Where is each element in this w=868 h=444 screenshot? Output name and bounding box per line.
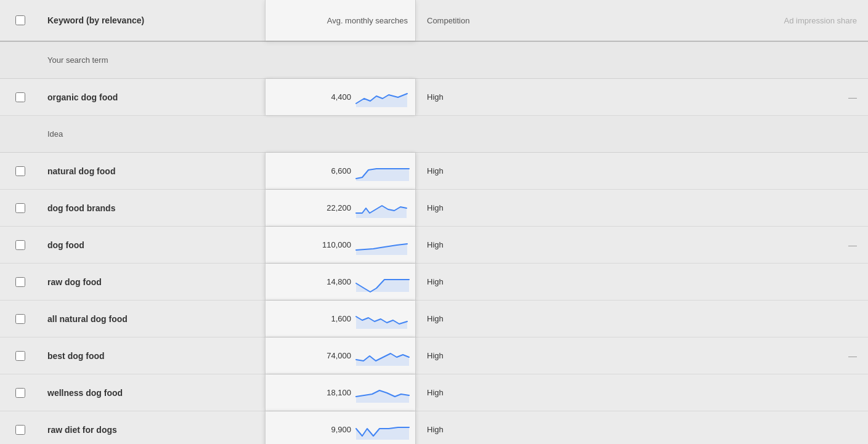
- searches-col-header: Avg. monthly searches: [265, 0, 416, 41]
- trend-chart: [355, 345, 410, 367]
- section-label-row: Idea: [0, 116, 868, 153]
- keyword-text: dog food: [47, 240, 84, 250]
- competition-value: High: [427, 203, 444, 212]
- table-body: Your search term organic dog food 4,400 …: [0, 42, 868, 444]
- trend-chart: [355, 308, 410, 330]
- searches-value: 1,600: [317, 314, 351, 323]
- keyword-cell: all natural dog food: [40, 314, 265, 324]
- competition-cell: High: [416, 314, 591, 323]
- trend-chart: [355, 197, 410, 219]
- keyword-text: natural dog food: [47, 166, 115, 176]
- trend-chart: [355, 419, 410, 441]
- searches-value: 22,200: [317, 203, 351, 212]
- keyword-cell: best dog food: [40, 351, 265, 361]
- row-checkbox[interactable]: [15, 277, 25, 287]
- competition-value: High: [427, 425, 444, 434]
- competition-col-header: Competition: [416, 16, 591, 25]
- keyword-text: all natural dog food: [47, 314, 128, 324]
- competition-cell: High: [416, 203, 591, 212]
- competition-value: High: [427, 240, 444, 249]
- ad-impression-value: —: [848, 351, 857, 361]
- keyword-cell: natural dog food: [40, 166, 265, 176]
- table-row: raw diet for dogs 9,900 High: [0, 411, 868, 444]
- competition-value: High: [427, 166, 444, 176]
- searches-cell: 22,200: [265, 190, 416, 226]
- searches-cell: 4,400: [265, 79, 416, 115]
- table-row: raw dog food 14,800 High: [0, 264, 868, 301]
- row-checkbox-col: [0, 314, 40, 324]
- keyword-text: raw dog food: [47, 277, 102, 287]
- trend-chart: [355, 234, 410, 256]
- row-checkbox[interactable]: [15, 388, 25, 398]
- competition-cell: High: [416, 166, 591, 176]
- keyword-cell: dog food: [40, 240, 265, 250]
- ad-impression-col-header: Ad impression share: [591, 16, 868, 25]
- table-row: all natural dog food 1,600 High: [0, 301, 868, 337]
- ad-impression-cell: —: [591, 92, 868, 102]
- trend-chart: [355, 86, 410, 108]
- competition-cell: High: [416, 351, 591, 360]
- row-checkbox-col: [0, 240, 40, 250]
- ad-impression-cell: —: [591, 351, 868, 361]
- ad-impression-cell: —: [591, 240, 868, 250]
- searches-value: 74,000: [317, 351, 351, 360]
- keyword-text: best dog food: [47, 351, 105, 361]
- competition-value: High: [427, 388, 444, 397]
- keyword-text: raw diet for dogs: [47, 425, 117, 435]
- header-checkbox-col: [0, 15, 40, 25]
- searches-cell: 1,600: [265, 301, 416, 337]
- competition-cell: High: [416, 388, 591, 397]
- searches-cell: 14,800: [265, 264, 416, 300]
- select-all-checkbox[interactable]: [15, 15, 25, 25]
- table-row: natural dog food 6,600 High: [0, 153, 868, 190]
- competition-cell: High: [416, 240, 591, 249]
- searches-cell: 18,100: [265, 374, 416, 411]
- competition-value: High: [427, 92, 444, 102]
- keyword-cell: raw dog food: [40, 277, 265, 287]
- section-label: Your search term: [0, 55, 108, 65]
- row-checkbox-col: [0, 351, 40, 361]
- competition-cell: High: [416, 92, 591, 102]
- row-checkbox-col: [0, 388, 40, 398]
- keyword-text: wellness dog food: [47, 388, 123, 398]
- competition-value: High: [427, 351, 444, 360]
- section-label-row: Your search term: [0, 42, 868, 79]
- searches-value: 110,000: [317, 240, 351, 249]
- searches-value: 18,100: [317, 388, 351, 397]
- competition-cell: High: [416, 425, 591, 434]
- row-checkbox-col: [0, 166, 40, 176]
- section-label: Idea: [0, 129, 63, 139]
- competition-cell: High: [416, 277, 591, 286]
- table-row: best dog food 74,000 High —: [0, 337, 868, 374]
- searches-cell: 110,000: [265, 227, 416, 263]
- trend-chart: [355, 160, 410, 182]
- row-checkbox-col: [0, 203, 40, 213]
- keyword-cell: organic dog food: [40, 92, 265, 102]
- row-checkbox[interactable]: [15, 351, 25, 361]
- keyword-cell: wellness dog food: [40, 388, 265, 398]
- keyword-text: dog food brands: [47, 203, 115, 213]
- row-checkbox[interactable]: [15, 240, 25, 250]
- trend-chart: [355, 271, 410, 293]
- row-checkbox[interactable]: [15, 425, 25, 435]
- keyword-text: organic dog food: [47, 92, 118, 102]
- keyword-cell: raw diet for dogs: [40, 425, 265, 435]
- row-checkbox-col: [0, 277, 40, 287]
- searches-cell: 9,900: [265, 411, 416, 444]
- searches-cell: 6,600: [265, 153, 416, 189]
- ad-impression-value: —: [848, 92, 857, 102]
- row-checkbox[interactable]: [15, 92, 25, 102]
- trend-chart: [355, 382, 410, 404]
- searches-value: 4,400: [317, 92, 351, 102]
- ad-impression-value: —: [848, 240, 857, 250]
- row-checkbox-col: [0, 92, 40, 102]
- row-checkbox[interactable]: [15, 203, 25, 213]
- row-checkbox[interactable]: [15, 314, 25, 324]
- searches-value: 9,900: [317, 425, 351, 434]
- competition-value: High: [427, 277, 444, 286]
- row-checkbox[interactable]: [15, 166, 25, 176]
- table-row: wellness dog food 18,100 High: [0, 374, 868, 411]
- keyword-col-header: Keyword (by relevance): [40, 15, 265, 25]
- searches-value: 6,600: [317, 166, 351, 176]
- table-row: dog food 110,000 High —: [0, 227, 868, 264]
